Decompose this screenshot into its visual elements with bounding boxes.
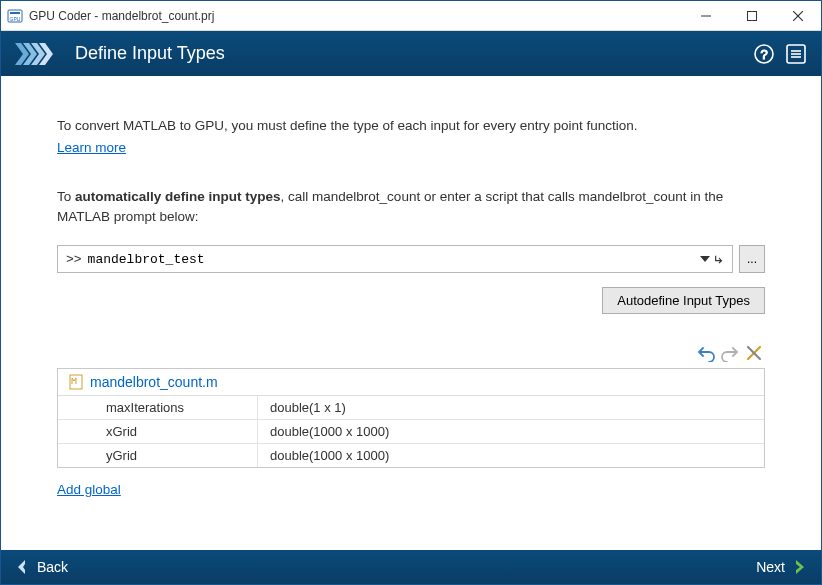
input-type-cell[interactable]: double(1 x 1) [258, 396, 764, 419]
input-types-table: mandelbrot_count.m maxIterations double(… [57, 368, 765, 468]
page-title: Define Input Types [75, 43, 753, 64]
prompt-input[interactable] [88, 252, 696, 267]
svg-text:GPU: GPU [10, 16, 21, 22]
learn-more-link[interactable]: Learn more [57, 138, 126, 158]
prompt-history-controls[interactable] [696, 254, 724, 264]
table-row[interactable]: xGrid double(1000 x 1000) [58, 420, 764, 444]
help-icon[interactable]: ? [753, 43, 775, 65]
next-label: Next [756, 559, 785, 575]
window-title: GPU Coder - mandelbrot_count.prj [29, 9, 683, 23]
m-file-icon [68, 374, 84, 390]
intro-text: To convert MATLAB to GPU, you must defin… [57, 118, 638, 133]
input-type-cell[interactable]: double(1000 x 1000) [258, 444, 764, 467]
wizard-progress-icon [15, 43, 55, 65]
maximize-button[interactable] [729, 1, 775, 30]
file-name-label: mandelbrot_count.m [90, 374, 218, 390]
minimize-button[interactable] [683, 1, 729, 30]
svg-rect-4 [748, 11, 757, 20]
prompt-prefix: >> [66, 252, 82, 267]
input-name-cell: xGrid [58, 420, 258, 443]
table-toolbar [57, 344, 765, 362]
wizard-footer: Back Next [1, 550, 821, 584]
table-row[interactable]: yGrid double(1000 x 1000) [58, 444, 764, 467]
svg-text:?: ? [760, 46, 767, 61]
auto-bold: automatically define input types [75, 189, 281, 204]
auto-paragraph: To automatically define input types, cal… [57, 187, 765, 228]
autodefine-input-types-button[interactable]: Autodefine Input Types [602, 287, 765, 314]
window-controls [683, 1, 821, 30]
close-button[interactable] [775, 1, 821, 30]
undo-icon[interactable] [697, 344, 715, 362]
back-label: Back [37, 559, 68, 575]
browse-button[interactable]: ... [739, 245, 765, 273]
input-name-cell: yGrid [58, 444, 258, 467]
file-name-header[interactable]: mandelbrot_count.m [58, 369, 764, 396]
auto-prefix: To [57, 189, 75, 204]
add-global-link[interactable]: Add global [57, 482, 121, 497]
matlab-prompt[interactable]: >> [57, 245, 733, 273]
redo-icon[interactable] [721, 344, 739, 362]
gpu-coder-app-icon: GPU [7, 8, 23, 24]
table-row[interactable]: maxIterations double(1 x 1) [58, 396, 764, 420]
input-name-cell: maxIterations [58, 396, 258, 419]
menu-icon[interactable] [785, 43, 807, 65]
wizard-header: Define Input Types ? [1, 31, 821, 76]
svg-rect-1 [10, 12, 20, 14]
window-title-bar: GPU GPU Coder - mandelbrot_count.prj [1, 1, 821, 31]
intro-paragraph: To convert MATLAB to GPU, you must defin… [57, 116, 765, 159]
back-button[interactable]: Back [15, 559, 68, 575]
input-type-cell[interactable]: double(1000 x 1000) [258, 420, 764, 443]
tools-icon[interactable] [745, 344, 763, 362]
next-button[interactable]: Next [756, 559, 807, 575]
main-content: To convert MATLAB to GPU, you must defin… [1, 76, 821, 550]
matlab-prompt-row: >> ... [57, 245, 765, 273]
